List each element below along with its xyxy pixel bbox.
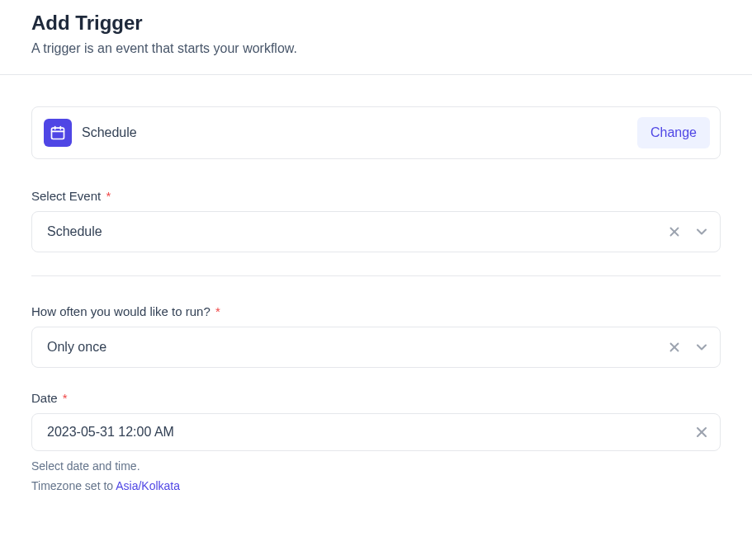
date-input-wrap[interactable] (31, 413, 721, 451)
svg-rect-0 (52, 128, 64, 139)
event-select-value: Schedule (47, 224, 667, 239)
clear-icon[interactable] (693, 424, 710, 440)
clear-icon[interactable] (667, 340, 682, 355)
required-asterisk: * (102, 189, 111, 203)
page-subtitle: A trigger is an event that starts your w… (31, 41, 721, 56)
frequency-select[interactable]: Only once (31, 327, 721, 368)
selected-trigger-card: Schedule Change (31, 106, 721, 159)
calendar-icon (44, 119, 72, 147)
frequency-select-value: Only once (47, 340, 667, 355)
trigger-name: Schedule (82, 125, 137, 140)
date-label: Date * (31, 391, 721, 405)
frequency-label: How often you would like to run? * (31, 304, 721, 318)
date-input[interactable] (47, 425, 693, 440)
timezone-link[interactable]: Asia/Kolkata (116, 479, 180, 492)
date-field: Date * Select date and time. Timezone se… (31, 391, 721, 492)
required-asterisk: * (59, 391, 68, 405)
required-asterisk: * (212, 304, 220, 318)
frequency-field: How often you would like to run? * Only … (31, 304, 721, 368)
event-select[interactable]: Schedule (31, 211, 721, 252)
timezone-text: Timezone set to Asia/Kolkata (31, 479, 721, 492)
section-divider (31, 275, 721, 276)
clear-icon[interactable] (667, 224, 682, 239)
page-header: Add Trigger A trigger is an event that s… (0, 0, 752, 75)
date-helper-text: Select date and time. (31, 459, 721, 473)
event-label: Select Event * (31, 189, 721, 203)
event-field: Select Event * Schedule (31, 189, 721, 252)
chevron-down-icon[interactable] (693, 224, 710, 240)
change-button[interactable]: Change (637, 117, 710, 148)
page-title: Add Trigger (31, 12, 721, 35)
chevron-down-icon[interactable] (693, 339, 710, 355)
